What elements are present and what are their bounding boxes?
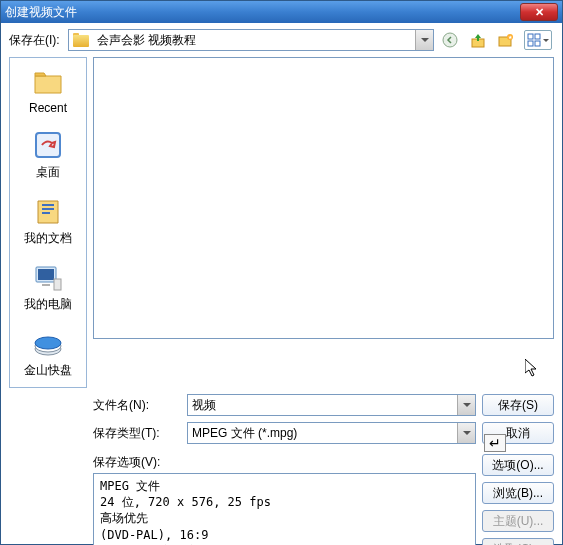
up-icon[interactable] [468, 30, 488, 50]
subject-button: 主题(U)... [482, 510, 554, 532]
options-button[interactable]: 选项(O)... [482, 454, 554, 476]
save-options-label: 保存选项(V): [93, 454, 476, 471]
svg-rect-12 [42, 212, 50, 214]
location-text: 会声会影 视频教程 [93, 32, 415, 49]
computer-icon [32, 261, 64, 293]
svg-point-19 [35, 337, 61, 349]
svg-rect-11 [42, 208, 54, 210]
back-icon[interactable] [440, 30, 460, 50]
filetype-dropdown-arrow[interactable] [457, 423, 475, 443]
window-title: 创建视频文件 [5, 4, 520, 21]
format-details-box: MPEG 文件 24 位, 720 x 576, 25 fps 高场优先 (DV… [93, 473, 476, 545]
places-bar: Recent 桌面 我的文档 我的电脑 金山快盘 [9, 57, 87, 388]
svg-rect-14 [38, 269, 54, 280]
svg-rect-10 [42, 204, 54, 206]
place-desktop[interactable]: 桌面 [12, 129, 84, 181]
svg-rect-6 [535, 34, 540, 39]
browse-button[interactable]: 浏览(B)... [482, 482, 554, 504]
filetype-input[interactable] [188, 423, 457, 443]
filetype-label: 保存类型(T): [93, 425, 181, 442]
svg-rect-15 [54, 279, 61, 290]
filename-input[interactable] [188, 395, 457, 415]
body-area: Recent 桌面 我的文档 我的电脑 金山快盘 [1, 57, 562, 388]
svg-point-0 [443, 33, 457, 47]
place-label: 我的电脑 [24, 296, 72, 313]
place-label: 金山快盘 [24, 362, 72, 379]
documents-icon [32, 195, 64, 227]
svg-rect-5 [528, 34, 533, 39]
place-label: 桌面 [36, 164, 60, 181]
filetype-combo[interactable] [187, 422, 476, 444]
close-button[interactable]: ✕ [520, 3, 558, 21]
save-in-label: 保存在(I): [9, 32, 60, 49]
titlebar: 创建视频文件 ✕ [1, 1, 562, 23]
filename-combo[interactable] [187, 394, 476, 416]
svg-rect-7 [528, 41, 533, 46]
location-combo[interactable]: 会声会影 视频教程 [68, 29, 434, 51]
new-folder-icon[interactable]: ★ [496, 30, 516, 50]
place-documents[interactable]: 我的文档 [12, 195, 84, 247]
dialog-window: 创建视频文件 ✕ 保存在(I): 会声会影 视频教程 ★ Recent [0, 0, 563, 545]
place-label: 我的文档 [24, 230, 72, 247]
place-label: Recent [29, 101, 67, 115]
recent-folder-icon [32, 66, 64, 98]
select-button: 选取(C)... [482, 538, 554, 545]
location-dropdown-arrow[interactable] [415, 30, 433, 50]
save-button[interactable]: 保存(S) [482, 394, 554, 416]
view-menu-icon[interactable] [524, 30, 552, 50]
svg-rect-9 [36, 133, 60, 157]
filename-label: 文件名(N): [93, 397, 181, 414]
file-list[interactable] [93, 57, 554, 339]
return-icon[interactable] [484, 434, 506, 452]
place-recent[interactable]: Recent [12, 66, 84, 115]
svg-rect-16 [42, 284, 50, 286]
filename-dropdown-arrow[interactable] [457, 395, 475, 415]
bottom-panel: 文件名(N): 保存(S) 保存类型(T): 取消 保存选项(V): MPEG … [1, 388, 562, 545]
place-computer[interactable]: 我的电脑 [12, 261, 84, 313]
desktop-icon [32, 129, 64, 161]
toolbar: 保存在(I): 会声会影 视频教程 ★ [1, 23, 562, 57]
svg-rect-8 [535, 41, 540, 46]
folder-icon [73, 33, 89, 47]
place-kingsoft[interactable]: 金山快盘 [12, 327, 84, 379]
cloud-drive-icon [32, 327, 64, 359]
